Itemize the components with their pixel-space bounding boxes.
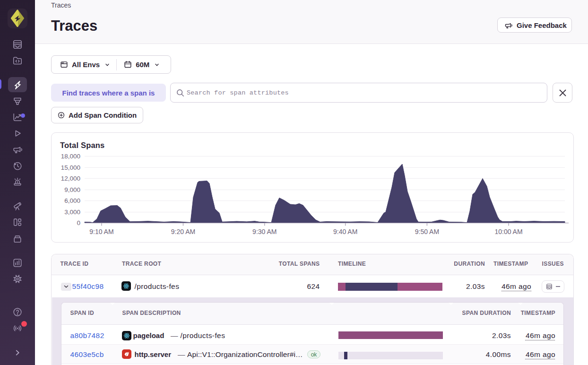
svg-text:6,000: 6,000 [64,197,80,204]
svg-text:10:00 AM: 10:00 AM [494,228,522,235]
svg-text:9:50 AM: 9:50 AM [415,228,439,235]
svg-text:9:40 AM: 9:40 AM [333,228,357,235]
svg-text:15,000: 15,000 [61,164,80,171]
svg-text:3,000: 3,000 [64,209,80,216]
svg-text:12,000: 12,000 [61,175,80,182]
svg-text:9:30 AM: 9:30 AM [252,228,277,235]
svg-text:9,000: 9,000 [64,186,80,193]
svg-text:0: 0 [77,219,80,226]
svg-text:9:20 AM: 9:20 AM [171,228,195,235]
svg-text:9:10 AM: 9:10 AM [89,228,113,235]
svg-text:18,000: 18,000 [61,153,80,160]
